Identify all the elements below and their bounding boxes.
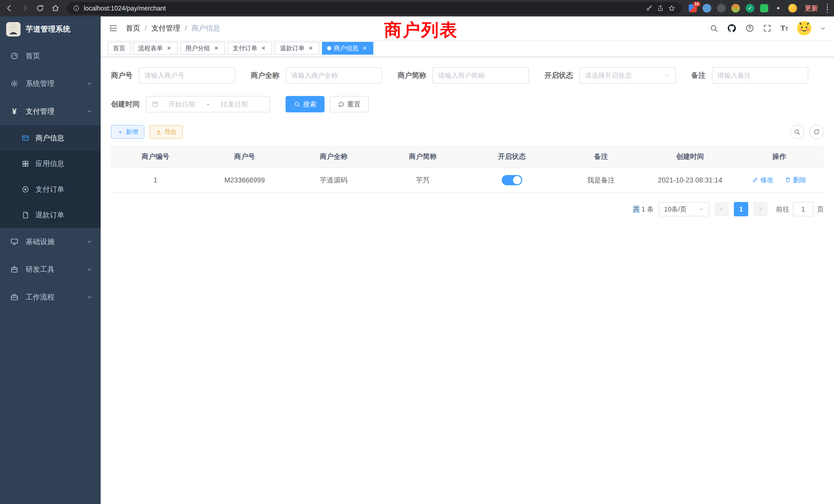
sidebar-item-app-info[interactable]: 应用信息 — [0, 151, 101, 177]
refresh-icon — [338, 101, 345, 108]
toolbox-icon — [10, 265, 19, 274]
tab-refund-orders[interactable]: 退款订单× — [275, 42, 320, 55]
hamburger-icon[interactable] — [109, 24, 117, 32]
page-number-1[interactable]: 1 — [734, 202, 748, 216]
remark-input[interactable] — [712, 67, 808, 84]
next-page-button[interactable] — [753, 202, 768, 216]
merchant-table: 商户编号 商户号 商户全称 商户简称 开启状态 备注 创建时间 操作 1 M23… — [111, 145, 824, 193]
date-separator: - — [205, 100, 211, 108]
breadcrumb-current: 商户信息 — [180, 23, 220, 33]
sidebar-item-system[interactable]: 系统管理 — [0, 70, 101, 97]
help-icon[interactable] — [745, 24, 754, 32]
browser-profile-avatar[interactable] — [788, 4, 797, 13]
cell-merchant-id: 1 — [111, 168, 200, 192]
close-icon[interactable]: × — [166, 45, 173, 52]
sidebar-item-payment[interactable]: ¥ 支付管理 — [0, 97, 101, 125]
extension-icon[interactable]: ✦ — [774, 4, 783, 13]
search-icon — [294, 101, 301, 108]
sidebar-item-home[interactable]: 首页 — [0, 42, 101, 70]
breadcrumb-home[interactable]: 首页 — [126, 23, 140, 33]
extension-badge: 10 — [693, 2, 701, 7]
sidebar-item-infrastructure[interactable]: 基础设施 — [0, 228, 101, 256]
start-date-input[interactable] — [162, 100, 202, 108]
share-icon[interactable] — [657, 5, 664, 12]
status-toggle[interactable] — [502, 175, 522, 185]
app-logo[interactable]: 芋道管理系统 — [0, 17, 101, 42]
briefcase-icon — [10, 293, 19, 301]
sidebar-item-merchant-info[interactable]: 商户信息 — [0, 125, 101, 151]
extension-icon[interactable] — [731, 4, 740, 13]
remark-label: 备注 — [691, 71, 706, 80]
close-icon[interactable]: × — [260, 45, 267, 52]
edit-link[interactable]: 修改 — [752, 176, 774, 184]
refresh-table-button[interactable] — [809, 125, 824, 139]
page-size-select[interactable]: 10条/页 — [659, 202, 709, 216]
plus-icon: ＋ — [117, 128, 123, 136]
col-merchant-id: 商户编号 — [111, 145, 200, 168]
back-icon[interactable] — [5, 4, 13, 12]
edit-icon — [752, 177, 758, 183]
tab-payment-orders[interactable]: 支付订单× — [227, 42, 272, 55]
close-icon[interactable]: × — [361, 45, 368, 52]
cell-merchant-no: M233666999 — [200, 168, 289, 192]
chevron-down-icon — [698, 206, 704, 212]
chevron-down-icon — [86, 81, 92, 87]
home-icon[interactable] — [51, 4, 60, 12]
col-short-name: 商户简称 — [378, 145, 467, 168]
close-icon[interactable]: × — [307, 45, 314, 52]
bookmark-star-icon[interactable] — [668, 5, 675, 12]
font-size-icon[interactable]: TT — [780, 24, 788, 32]
add-button[interactable]: ＋ 新增 — [111, 125, 144, 139]
user-avatar[interactable] — [797, 21, 811, 36]
short-name-input[interactable] — [433, 67, 529, 84]
search-button[interactable]: 搜索 — [286, 96, 325, 112]
annotation-merchant-list: 商户列表 — [384, 19, 458, 42]
breadcrumb-payment[interactable]: 支付管理 — [140, 23, 180, 33]
full-name-input[interactable] — [286, 67, 382, 84]
end-date-input[interactable] — [214, 100, 255, 108]
forward-icon[interactable] — [21, 4, 29, 12]
export-button[interactable]: 导出 — [150, 125, 183, 139]
extension-check-icon[interactable]: ✓ — [746, 4, 754, 13]
close-icon[interactable]: × — [213, 45, 220, 52]
search-icon[interactable] — [709, 24, 718, 32]
reset-button[interactable]: 重置 — [330, 96, 369, 112]
extension-icon[interactable] — [717, 4, 726, 13]
goto-page-input[interactable] — [793, 202, 813, 216]
sidebar-item-refund-orders[interactable]: 退款订单 — [0, 202, 101, 228]
sidebar-item-dev-tools[interactable]: 研发工具 — [0, 256, 101, 283]
col-merchant-no: 商户号 — [200, 145, 289, 168]
prev-page-button[interactable] — [714, 202, 729, 216]
browser-update-button[interactable]: 更新 — [805, 4, 818, 13]
extension-icon[interactable] — [703, 4, 711, 13]
info-icon[interactable] — [73, 5, 80, 12]
tab-merchant-info[interactable]: 商户信息× — [322, 42, 373, 55]
pagination-total: 共 1 条 — [633, 205, 654, 214]
caret-down-icon[interactable] — [820, 25, 826, 31]
extension-icon[interactable] — [760, 4, 768, 12]
sidebar-item-workflow[interactable]: 工作流程 — [0, 283, 101, 311]
merchant-no-input[interactable] — [139, 67, 235, 84]
chevron-down-icon — [86, 294, 92, 300]
col-status: 开启状态 — [467, 145, 556, 168]
tab-user-group[interactable]: 用户分组× — [180, 42, 225, 55]
fullscreen-icon[interactable] — [763, 24, 772, 32]
address-bar[interactable]: localhost:1024/pay/merchant — [67, 2, 681, 14]
browser-menu-icon[interactable]: ⋮⋮ — [824, 5, 829, 11]
github-icon[interactable] — [727, 23, 737, 33]
create-time-label: 创建时间 — [111, 99, 140, 109]
toggle-search-button[interactable] — [790, 125, 804, 139]
calendar-icon — [152, 100, 159, 108]
sidebar-item-payment-orders[interactable]: 支付订单 — [0, 177, 101, 202]
extension-icon[interactable]: 10 — [689, 4, 697, 12]
delete-link[interactable]: 删除 — [785, 176, 806, 184]
url-text: localhost:1024/pay/merchant — [84, 5, 166, 12]
key-icon[interactable] — [645, 5, 653, 12]
tab-home[interactable]: 首页 — [108, 42, 130, 55]
status-select[interactable] — [579, 67, 676, 84]
tab-process-form[interactable]: 流程表单× — [133, 42, 178, 55]
reload-icon[interactable] — [36, 4, 44, 12]
pagination: 共 1 条 10条/页 1 前往 页 — [111, 202, 824, 216]
create-time-range-picker[interactable]: - — [146, 96, 270, 112]
browser-toolbar: localhost:1024/pay/merchant 10 ✓ ✦ 更新 ⋮⋮ — [0, 0, 834, 17]
